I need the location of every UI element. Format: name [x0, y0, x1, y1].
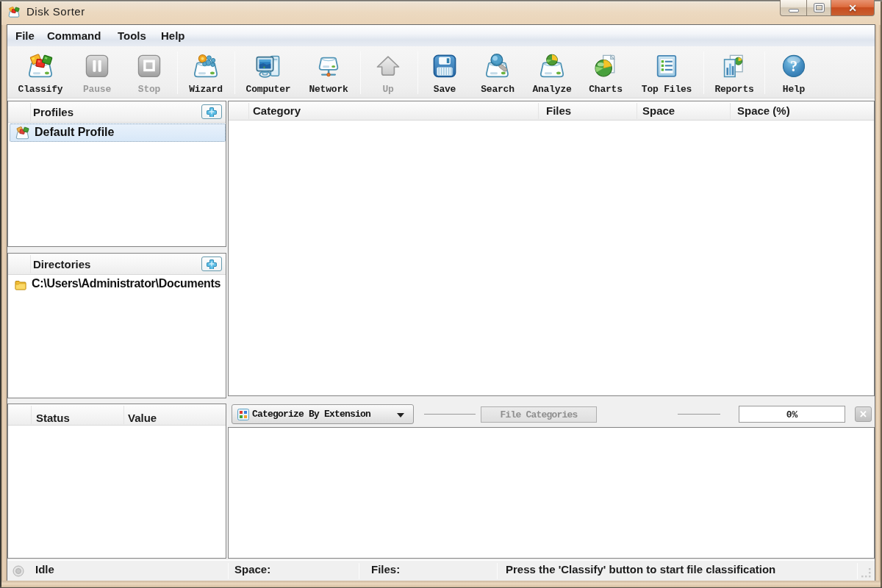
svg-text:?: ? [790, 58, 797, 74]
